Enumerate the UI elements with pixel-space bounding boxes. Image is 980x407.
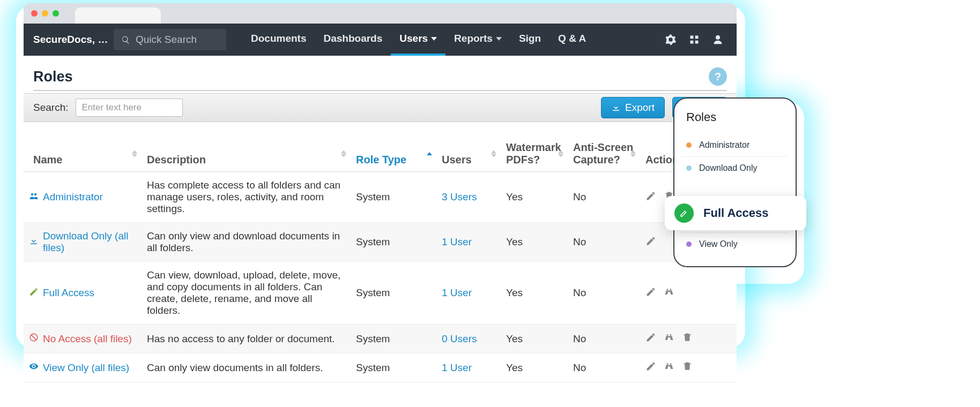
col-name-label: Name	[29, 154, 62, 165]
anti-screen-value: No	[568, 223, 640, 262]
anti-screen-value: No	[568, 172, 640, 223]
col-description[interactable]: Description	[142, 136, 351, 172]
role-name-link[interactable]: No Access (all files)	[43, 333, 132, 345]
main-nav: Documents Dashboards Users Reports Sign …	[242, 24, 595, 56]
view-action[interactable]	[664, 287, 674, 300]
role-icon	[29, 333, 39, 345]
color-dot-icon	[686, 142, 692, 148]
col-users[interactable]: Users	[436, 136, 501, 172]
role-type: System	[351, 325, 436, 353]
delete-action[interactable]	[682, 361, 693, 374]
mobile-role-row[interactable]: Administrator	[682, 134, 788, 156]
role-name-link[interactable]: Administrator	[43, 191, 103, 203]
col-role-type[interactable]: Role Type	[351, 136, 436, 172]
nav-reports[interactable]: Reports	[446, 24, 510, 56]
role-name-link[interactable]: View Only (all files)	[43, 362, 129, 374]
chevron-down-icon	[431, 36, 437, 42]
page-body: Roles ? Search: Export New	[24, 56, 737, 382]
role-icon	[29, 236, 39, 248]
search-input[interactable]	[76, 99, 183, 117]
window-minimize-icon[interactable]	[42, 10, 48, 17]
window-close-icon[interactable]	[31, 10, 38, 17]
role-name-link[interactable]: Full Access	[43, 287, 94, 299]
col-name[interactable]: Name	[24, 136, 142, 172]
table-row: Download Only (all files) Can only view …	[24, 223, 737, 262]
export-button[interactable]: Export	[601, 97, 665, 118]
table-row: Administrator Has complete access to all…	[24, 172, 737, 223]
col-anti-screen[interactable]: Anti-Screen Capture?	[568, 136, 640, 172]
nav-dashboards[interactable]: Dashboards	[315, 24, 391, 56]
help-button[interactable]: ?	[709, 67, 727, 86]
color-dot-icon	[686, 165, 692, 171]
export-label: Export	[625, 102, 655, 114]
user-icon	[712, 34, 724, 46]
role-description: Has no access to any folder or document.	[142, 325, 351, 353]
brand-name[interactable]: SecureDocs, I...	[33, 34, 108, 46]
roles-popout-label: Full Access	[703, 206, 768, 220]
mobile-role-label: Administrator	[699, 140, 749, 150]
role-icon	[29, 191, 39, 204]
nav-sign[interactable]: Sign	[510, 24, 550, 56]
role-icon	[29, 287, 39, 299]
users-link[interactable]: 3 Users	[442, 191, 477, 202]
toolbar: Search: Export New	[24, 93, 737, 122]
nav-users-label: Users	[399, 33, 428, 44]
edit-action[interactable]	[645, 332, 656, 345]
roles-popout[interactable]: Full Access	[665, 196, 806, 230]
apps-button[interactable]	[685, 34, 703, 45]
view-action[interactable]	[664, 361, 674, 374]
page-title: Roles	[33, 69, 73, 85]
edit-action[interactable]	[645, 287, 656, 300]
delete-action[interactable]	[682, 332, 693, 345]
role-description: Can only view documents in all folders.	[142, 353, 351, 382]
anti-screen-value: No	[568, 353, 640, 382]
watermark-value: Yes	[501, 223, 568, 262]
role-type: System	[351, 172, 436, 223]
users-link[interactable]: 1 User	[442, 236, 472, 247]
profile-button[interactable]	[709, 34, 727, 46]
col-anti-screen-label: Anti-Screen Capture?	[573, 141, 633, 165]
nav-users[interactable]: Users	[391, 24, 446, 56]
role-description: Has complete access to all folders and c…	[142, 172, 351, 223]
nav-qa[interactable]: Q & A	[550, 24, 595, 56]
role-name-link[interactable]: Download Only (all files)	[43, 230, 136, 254]
mobile-role-row[interactable]: Download Only	[682, 156, 788, 179]
role-type: System	[351, 262, 436, 325]
quick-search-placeholder: Quick Search	[136, 34, 197, 46]
mobile-role-label: Download Only	[699, 163, 758, 173]
window-zoom-icon[interactable]	[53, 10, 59, 17]
col-watermark-label: Watermark PDFs?	[506, 141, 561, 165]
edit-action[interactable]	[645, 191, 656, 204]
users-link[interactable]: 1 User	[442, 362, 472, 373]
search-label: Search:	[33, 102, 68, 114]
edit-badge-icon	[674, 204, 694, 223]
quick-search[interactable]: Quick Search	[114, 29, 226, 50]
users-link[interactable]: 1 User	[442, 287, 472, 298]
role-type: System	[351, 223, 436, 262]
watermark-value: Yes	[501, 325, 568, 353]
table-row: View Only (all files) Can only view docu…	[24, 353, 737, 382]
chevron-down-icon	[496, 36, 502, 42]
edit-action[interactable]	[645, 236, 656, 249]
roles-table: Name Description Role Type Users	[24, 136, 737, 382]
browser-tabbar	[24, 3, 737, 24]
watermark-value: Yes	[501, 262, 568, 325]
role-icon	[29, 361, 39, 374]
col-users-label: Users	[442, 154, 472, 165]
gear-icon	[665, 34, 677, 46]
anti-screen-value: No	[568, 262, 640, 325]
users-link[interactable]: 0 Users	[442, 333, 477, 344]
nav-documents[interactable]: Documents	[242, 24, 315, 56]
settings-button[interactable]	[662, 34, 680, 46]
edit-action[interactable]	[645, 361, 656, 374]
search-icon	[121, 35, 130, 44]
grid-icon	[689, 34, 700, 45]
table-row: No Access (all files) Has no access to a…	[24, 325, 737, 353]
table-row: Full Access Can view, download, upload, …	[24, 262, 737, 325]
mobile-role-row[interactable]: View Only	[682, 232, 788, 255]
browser-tab[interactable]	[75, 7, 161, 24]
view-action[interactable]	[664, 332, 674, 345]
role-type: System	[351, 353, 436, 382]
app-header: SecureDocs, I... Quick Search Documents …	[24, 24, 737, 56]
col-watermark[interactable]: Watermark PDFs?	[501, 136, 568, 172]
